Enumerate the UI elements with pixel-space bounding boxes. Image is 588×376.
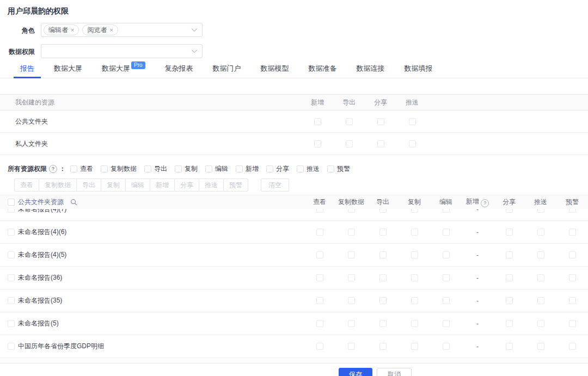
permission-checkbox[interactable] <box>236 165 243 172</box>
permission-checkbox[interactable] <box>348 274 355 281</box>
row-select-checkbox[interactable] <box>8 297 15 304</box>
chevron-down-icon[interactable] <box>191 50 198 53</box>
permission-checkbox[interactable] <box>506 297 513 304</box>
permission-button[interactable]: 预警 <box>223 178 248 192</box>
tab[interactable]: 数据模型 <box>254 64 296 78</box>
permission-option[interactable]: 分享 <box>266 164 289 174</box>
permission-checkbox[interactable] <box>443 320 450 327</box>
permission-checkbox[interactable] <box>266 165 273 172</box>
permission-button[interactable]: 推送 <box>199 178 224 192</box>
table-row[interactable]: 公共文件夹 <box>0 110 588 133</box>
permission-checkbox[interactable] <box>506 209 513 213</box>
permission-button[interactable]: 新增 <box>150 178 175 192</box>
permission-button[interactable]: 复制 <box>101 178 126 192</box>
permission-checkbox[interactable] <box>316 274 323 281</box>
remove-tag-icon[interactable]: × <box>109 27 113 33</box>
row-select-checkbox[interactable] <box>8 320 15 327</box>
permission-checkbox[interactable] <box>537 343 544 350</box>
permission-checkbox[interactable] <box>411 297 418 304</box>
row-select-checkbox[interactable] <box>8 343 15 350</box>
row-select-checkbox[interactable] <box>8 209 15 213</box>
role-select[interactable]: 编辑者 × 阅览者 × <box>41 23 203 37</box>
permission-checkbox[interactable] <box>175 165 182 172</box>
permission-checkbox[interactable] <box>379 320 387 327</box>
permission-option[interactable]: 推送 <box>297 164 320 174</box>
tab[interactable]: 数据连接 <box>350 64 391 78</box>
permission-checkbox[interactable] <box>70 165 77 172</box>
cancel-button[interactable]: 取消 <box>377 368 412 376</box>
permission-checkbox[interactable] <box>506 320 513 327</box>
tab[interactable]: 数据门户 <box>206 64 248 78</box>
tab[interactable]: 数据大屏 <box>47 64 89 78</box>
permission-checkbox[interactable] <box>411 343 418 350</box>
select-all-checkbox[interactable] <box>8 199 15 206</box>
permission-checkbox[interactable] <box>443 274 450 281</box>
table-row[interactable]: 中国历年各省份季度GDP明细 - <box>0 335 588 358</box>
permission-checkbox[interactable] <box>348 320 355 327</box>
permission-checkbox[interactable] <box>569 320 576 327</box>
permission-checkbox[interactable] <box>377 140 384 147</box>
table-row[interactable]: 未命名报告(4)(7) - <box>0 209 588 221</box>
permission-checkbox[interactable] <box>537 320 544 327</box>
search-icon[interactable] <box>70 199 77 206</box>
permission-checkbox[interactable] <box>144 165 151 172</box>
permission-button[interactable]: 分享 <box>174 178 199 192</box>
permission-checkbox[interactable] <box>409 140 416 147</box>
permission-checkbox[interactable] <box>316 343 323 350</box>
permission-checkbox[interactable] <box>411 274 418 281</box>
permission-checkbox[interactable] <box>443 229 450 236</box>
permission-checkbox[interactable] <box>379 229 387 236</box>
permission-button[interactable]: 导出 <box>76 178 101 192</box>
permission-checkbox[interactable] <box>314 140 321 147</box>
permission-option[interactable]: 新增 <box>236 164 259 174</box>
permission-checkbox[interactable] <box>377 118 384 125</box>
permission-checkbox[interactable] <box>409 118 416 125</box>
permission-button[interactable]: 编辑 <box>125 178 150 192</box>
permission-checkbox[interactable] <box>316 251 323 258</box>
permission-checkbox[interactable] <box>348 229 355 236</box>
permission-checkbox[interactable] <box>379 274 387 281</box>
permission-checkbox[interactable] <box>411 320 418 327</box>
row-select-checkbox[interactable] <box>8 274 15 281</box>
permission-checkbox[interactable] <box>379 343 387 350</box>
table-row[interactable]: 未命名报告(4)(6) - <box>0 221 588 244</box>
permission-checkbox[interactable] <box>379 297 387 304</box>
permission-checkbox[interactable] <box>443 209 450 213</box>
permission-option[interactable]: 编辑 <box>205 164 228 174</box>
permission-checkbox[interactable] <box>411 229 418 236</box>
permission-checkbox[interactable] <box>506 229 513 236</box>
permission-checkbox[interactable] <box>443 343 450 350</box>
permission-checkbox[interactable] <box>569 209 576 213</box>
permission-checkbox[interactable] <box>537 209 544 213</box>
permission-checkbox[interactable] <box>537 274 544 281</box>
permission-option[interactable]: 预警 <box>327 164 350 174</box>
permission-checkbox[interactable] <box>348 343 355 350</box>
permission-checkbox[interactable] <box>537 251 544 258</box>
tab[interactable]: 报告 <box>14 64 41 78</box>
permission-checkbox[interactable] <box>316 320 323 327</box>
tab[interactable]: 复杂报表 <box>158 64 200 78</box>
role-tag[interactable]: 阅览者 × <box>82 24 118 35</box>
permission-checkbox[interactable] <box>346 118 353 125</box>
permission-checkbox[interactable] <box>348 209 355 213</box>
permission-checkbox[interactable] <box>506 251 513 258</box>
permission-option[interactable]: 复制 <box>175 164 198 174</box>
permission-button[interactable]: 复制数据 <box>39 178 77 192</box>
permission-checkbox[interactable] <box>443 297 450 304</box>
row-select-checkbox[interactable] <box>8 251 15 258</box>
permission-checkbox[interactable] <box>537 297 544 304</box>
table-row[interactable]: 未命名报告(4)(5) - <box>0 244 588 267</box>
data-permission-select[interactable] <box>41 44 203 58</box>
permission-checkbox[interactable] <box>569 343 576 350</box>
permission-checkbox[interactable] <box>316 229 323 236</box>
tab[interactable]: 数据准备 <box>302 64 344 78</box>
tab[interactable]: 数据大屏Pro <box>95 64 152 78</box>
chevron-down-icon[interactable] <box>191 28 198 32</box>
remove-tag-icon[interactable]: × <box>71 27 74 33</box>
save-button[interactable]: 保存 <box>339 368 372 376</box>
permission-checkbox[interactable] <box>506 274 513 281</box>
permission-checkbox[interactable] <box>411 251 418 258</box>
permission-checkbox[interactable] <box>379 251 387 258</box>
table-row[interactable]: 未命名报告(35) - <box>0 289 588 312</box>
permission-button[interactable]: 查看 <box>14 178 39 192</box>
